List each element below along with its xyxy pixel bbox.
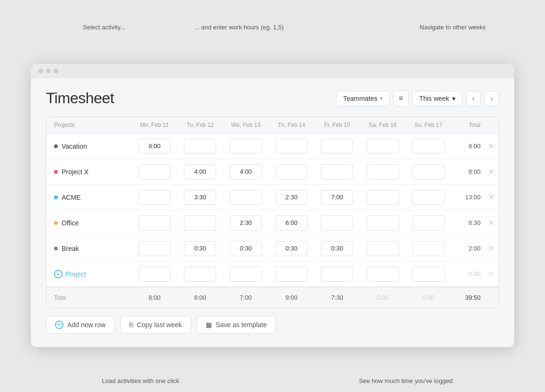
add-tue-input[interactable]: [184, 267, 216, 282]
projectx-thu[interactable]: [269, 161, 314, 182]
acme-tue-input[interactable]: [184, 190, 216, 205]
office-mon[interactable]: [132, 213, 177, 233]
add-tue[interactable]: [177, 264, 223, 285]
add-fri-input[interactable]: [321, 267, 353, 282]
vacation-thu[interactable]: [269, 136, 314, 157]
add-wed-input[interactable]: [230, 267, 262, 282]
break-remove-button[interactable]: ✕: [484, 244, 499, 253]
teammates-dropdown[interactable]: Teammates ▾: [336, 91, 390, 106]
acme-mon[interactable]: [132, 187, 177, 208]
add-thu[interactable]: [269, 264, 314, 285]
office-thu-input[interactable]: [275, 215, 308, 231]
acme-thu-input[interactable]: [275, 190, 308, 205]
add-project-button[interactable]: + Project: [46, 266, 132, 282]
acme-remove-button[interactable]: ✕: [484, 193, 499, 202]
projectx-sat-input[interactable]: [367, 164, 399, 179]
acme-wed-input[interactable]: [230, 190, 262, 205]
projectx-tue-input[interactable]: [184, 164, 216, 179]
break-sat[interactable]: [360, 238, 405, 259]
vacation-sun[interactable]: [406, 136, 451, 157]
vacation-mon[interactable]: [132, 136, 177, 157]
projectx-tue[interactable]: [177, 161, 223, 182]
break-thu[interactable]: [269, 238, 314, 259]
vacation-tue[interactable]: [177, 136, 223, 157]
projectx-mon-input[interactable]: [138, 164, 171, 179]
office-mon-input[interactable]: [138, 215, 171, 231]
acme-thu[interactable]: [269, 187, 314, 208]
add-mon[interactable]: [132, 264, 177, 285]
copy-last-week-button[interactable]: ⎘ Copy last week: [120, 316, 191, 334]
office-wed[interactable]: [223, 213, 269, 233]
next-week-button[interactable]: ›: [484, 91, 499, 106]
office-fri[interactable]: [314, 213, 360, 233]
vacation-tue-input[interactable]: [184, 139, 216, 154]
acme-fri[interactable]: [314, 187, 360, 208]
prev-week-button[interactable]: ‹: [466, 91, 481, 106]
office-sun-input[interactable]: [412, 215, 445, 231]
add-sat-input[interactable]: [367, 267, 399, 282]
add-new-row-button[interactable]: + Add new row: [46, 316, 115, 334]
office-sat-input[interactable]: [367, 215, 399, 231]
break-thu-input[interactable]: [275, 241, 308, 256]
break-fri-input[interactable]: [321, 241, 353, 256]
vacation-sat-input[interactable]: [367, 139, 399, 154]
outer-wrapper: Select activity... ... and enter work ho…: [9, 9, 536, 392]
acme-sat-input[interactable]: [367, 190, 399, 205]
break-tue-input[interactable]: [184, 241, 216, 256]
add-sun[interactable]: [406, 264, 451, 285]
add-sun-input[interactable]: [412, 267, 445, 282]
vacation-sun-input[interactable]: [412, 139, 445, 154]
office-sun[interactable]: [406, 213, 451, 233]
office-wed-input[interactable]: [230, 215, 262, 231]
add-sat[interactable]: [360, 264, 405, 285]
add-fri[interactable]: [314, 264, 360, 285]
add-thu-input[interactable]: [275, 267, 308, 282]
projectx-wed[interactable]: [223, 161, 269, 182]
vacation-mon-input[interactable]: [138, 139, 171, 154]
projectx-sun-input[interactable]: [412, 164, 445, 179]
projectx-fri[interactable]: [314, 161, 360, 182]
acme-sun[interactable]: [406, 187, 451, 208]
break-sun[interactable]: [406, 238, 451, 259]
break-tue[interactable]: [177, 238, 223, 259]
vacation-remove-button[interactable]: ✕: [484, 142, 499, 151]
office-fri-input[interactable]: [321, 215, 353, 231]
office-tue[interactable]: [177, 213, 223, 233]
vacation-thu-input[interactable]: [275, 139, 308, 154]
acme-mon-input[interactable]: [138, 190, 171, 205]
office-remove-button[interactable]: ✕: [484, 218, 499, 227]
break-sat-input[interactable]: [367, 241, 399, 256]
office-sat[interactable]: [360, 213, 405, 233]
break-sun-input[interactable]: [412, 241, 445, 256]
projectx-mon[interactable]: [132, 161, 177, 182]
projectx-sat[interactable]: [360, 161, 405, 182]
add-wed[interactable]: [223, 264, 269, 285]
vacation-sat[interactable]: [360, 136, 405, 157]
projectx-sun[interactable]: [406, 161, 451, 182]
break-fri[interactable]: [314, 238, 360, 259]
acme-tue[interactable]: [177, 187, 223, 208]
acme-sat[interactable]: [360, 187, 405, 208]
projectx-thu-input[interactable]: [275, 164, 308, 179]
projectx-fri-input[interactable]: [321, 164, 353, 179]
break-mon-input[interactable]: [138, 241, 171, 256]
office-thu[interactable]: [269, 213, 314, 233]
break-wed-input[interactable]: [230, 241, 262, 256]
projectx-wed-input[interactable]: [230, 164, 262, 179]
vacation-fri-input[interactable]: [321, 139, 353, 154]
break-mon[interactable]: [132, 238, 177, 259]
acme-sun-input[interactable]: [412, 190, 445, 205]
add-remove-button[interactable]: ✕: [484, 269, 499, 278]
office-tue-input[interactable]: [184, 215, 216, 231]
break-wed[interactable]: [223, 238, 269, 259]
grid-view-button[interactable]: ≡: [393, 90, 408, 107]
save-as-template-button[interactable]: ▦ Save as template: [197, 316, 276, 334]
add-mon-input[interactable]: [138, 267, 171, 282]
acme-wed[interactable]: [223, 187, 269, 208]
projectx-remove-button[interactable]: ✕: [484, 167, 499, 176]
acme-fri-input[interactable]: [321, 190, 353, 205]
vacation-fri[interactable]: [314, 136, 360, 157]
vacation-wed-input[interactable]: [230, 139, 262, 154]
this-week-button[interactable]: This week ▾: [412, 91, 463, 106]
vacation-wed[interactable]: [223, 136, 269, 157]
